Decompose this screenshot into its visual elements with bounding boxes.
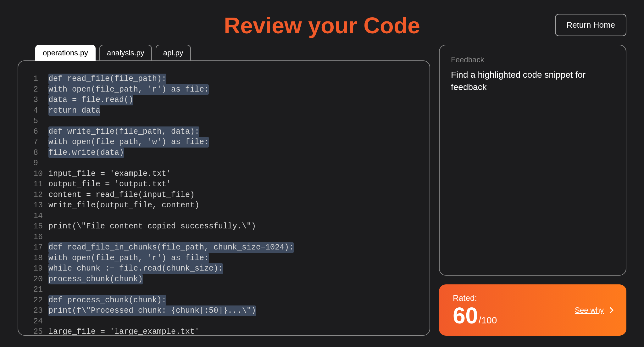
feedback-label: Feedback bbox=[451, 55, 614, 64]
line-number: 19 bbox=[33, 263, 48, 274]
code-text: data = file.read() bbox=[48, 95, 133, 105]
code-text: large_file = 'large_example.txt' bbox=[48, 327, 199, 336]
code-text: return data bbox=[48, 105, 100, 116]
code-line[interactable]: 4return data bbox=[33, 105, 414, 116]
rating-panel: Rated: 60 /100 See why bbox=[439, 284, 626, 336]
code-line[interactable]: 8file.write(data) bbox=[33, 148, 414, 158]
code-text: with open(file_path, 'w') as file: bbox=[48, 137, 209, 148]
see-why-link[interactable]: See why bbox=[575, 306, 613, 315]
feedback-panel: Feedback Find a highlighted code snippet… bbox=[439, 45, 626, 276]
line-number: 24 bbox=[33, 316, 48, 327]
see-why-label: See why bbox=[575, 306, 604, 315]
line-number: 10 bbox=[33, 169, 48, 179]
code-line[interactable]: 3data = file.read() bbox=[33, 95, 414, 105]
line-number: 8 bbox=[33, 148, 48, 158]
line-number: 15 bbox=[33, 221, 48, 232]
tab-operations-py[interactable]: operations.py bbox=[35, 45, 96, 61]
code-line[interactable]: 22def process_chunk(chunk): bbox=[33, 295, 414, 306]
rating-max: /100 bbox=[479, 315, 497, 326]
page-title: Review your Code bbox=[224, 13, 420, 38]
tab-api-py[interactable]: api.py bbox=[156, 45, 191, 61]
code-text: print(f\"Processed chunk: {chunk[:50]}..… bbox=[48, 305, 256, 316]
chevron-right-icon bbox=[607, 307, 613, 313]
code-line[interactable]: 5 bbox=[33, 116, 414, 126]
code-text: def process_chunk(chunk): bbox=[48, 295, 166, 306]
line-number: 18 bbox=[33, 253, 48, 264]
line-number: 22 bbox=[33, 295, 48, 306]
code-line[interactable]: 10input_file = 'example.txt' bbox=[33, 169, 414, 179]
code-line[interactable]: 23print(f\"Processed chunk: {chunk[:50]}… bbox=[33, 305, 414, 316]
line-number: 5 bbox=[33, 116, 48, 126]
code-line[interactable]: 14 bbox=[33, 211, 414, 221]
file-tabs: operations.pyanalysis.pyapi.py bbox=[35, 45, 430, 61]
code-text: def read_file(file_path): bbox=[48, 74, 166, 84]
code-line[interactable]: 11output_file = 'output.txt' bbox=[33, 179, 414, 190]
line-number: 17 bbox=[33, 242, 48, 253]
line-number: 13 bbox=[33, 200, 48, 211]
code-line[interactable]: 19while chunk := file.read(chunk_size): bbox=[33, 263, 414, 274]
code-line[interactable]: 2with open(file_path, 'r') as file: bbox=[33, 84, 414, 95]
code-editor[interactable]: 1def read_file(file_path):2with open(fil… bbox=[33, 74, 414, 336]
line-number: 2 bbox=[33, 84, 48, 95]
return-home-button[interactable]: Return Home bbox=[555, 14, 626, 36]
code-text: write_file(output_file, content) bbox=[48, 200, 199, 211]
code-line[interactable]: 20process_chunk(chunk) bbox=[33, 274, 414, 285]
code-line[interactable]: 9 bbox=[33, 158, 414, 169]
code-text: with open(file_path, 'r') as file: bbox=[48, 253, 209, 264]
line-number: 20 bbox=[33, 274, 48, 285]
tab-analysis-py[interactable]: analysis.py bbox=[99, 45, 152, 61]
line-number: 12 bbox=[33, 190, 48, 200]
code-text: print(\"File content copied successfully… bbox=[48, 221, 256, 232]
code-line[interactable]: 21 bbox=[33, 284, 414, 295]
code-line[interactable]: 6def write_file(file_path, data): bbox=[33, 126, 414, 137]
line-number: 21 bbox=[33, 284, 48, 295]
code-text: file.write(data) bbox=[48, 148, 124, 158]
code-line[interactable]: 1def read_file(file_path): bbox=[33, 74, 414, 84]
line-number: 11 bbox=[33, 179, 48, 190]
line-number: 7 bbox=[33, 137, 48, 148]
code-line[interactable]: 16 bbox=[33, 232, 414, 243]
line-number: 14 bbox=[33, 211, 48, 221]
rating-value: 60 bbox=[453, 304, 478, 327]
code-text: with open(file_path, 'r') as file: bbox=[48, 84, 209, 95]
line-number: 3 bbox=[33, 95, 48, 105]
code-text: while chunk := file.read(chunk_size): bbox=[48, 263, 223, 274]
line-number: 1 bbox=[33, 74, 48, 84]
code-line[interactable]: 15print(\"File content copied successful… bbox=[33, 221, 414, 232]
code-line[interactable]: 7with open(file_path, 'w') as file: bbox=[33, 137, 414, 148]
code-text: process_chunk(chunk) bbox=[48, 274, 143, 285]
code-text: input_file = 'example.txt' bbox=[48, 169, 171, 179]
line-number: 16 bbox=[33, 232, 48, 243]
code-text: def write_file(file_path, data): bbox=[48, 126, 199, 137]
code-line[interactable]: 12content = read_file(input_file) bbox=[33, 190, 414, 200]
line-number: 9 bbox=[33, 158, 48, 169]
code-text: output_file = 'output.txt' bbox=[48, 179, 171, 190]
line-number: 6 bbox=[33, 126, 48, 137]
feedback-text: Find a highlighted code snippet for feed… bbox=[451, 69, 614, 93]
code-panel: 1def read_file(file_path):2with open(fil… bbox=[18, 60, 430, 336]
code-text: content = read_file(input_file) bbox=[48, 190, 195, 200]
code-line[interactable]: 24 bbox=[33, 316, 414, 327]
line-number: 25 bbox=[33, 327, 48, 336]
code-line[interactable]: 13write_file(output_file, content) bbox=[33, 200, 414, 211]
rated-label: Rated: bbox=[453, 293, 497, 303]
code-line[interactable]: 18with open(file_path, 'r') as file: bbox=[33, 253, 414, 264]
code-line[interactable]: 25large_file = 'large_example.txt' bbox=[33, 327, 414, 336]
code-line[interactable]: 17def read_file_in_chunks(file_path, chu… bbox=[33, 242, 414, 253]
code-text: def read_file_in_chunks(file_path, chunk… bbox=[48, 242, 294, 253]
line-number: 4 bbox=[33, 105, 48, 116]
line-number: 23 bbox=[33, 305, 48, 316]
